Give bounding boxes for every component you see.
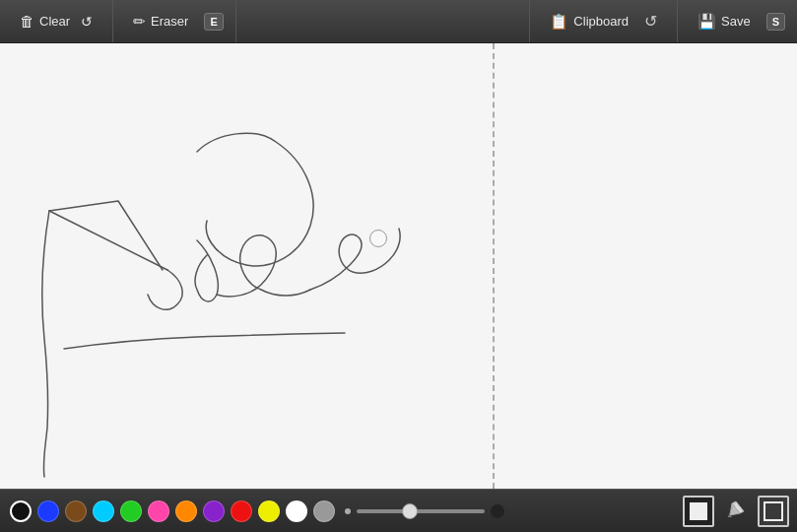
brush-size-slider[interactable] — [357, 509, 485, 513]
undo-icon: ↺ — [81, 14, 93, 30]
color-purple[interactable] — [203, 500, 225, 522]
eraser-label: Eraser — [151, 14, 188, 29]
save-icon: 💾 — [697, 13, 716, 31]
color-gray[interactable] — [313, 500, 335, 522]
canvas-divider — [493, 43, 495, 489]
clipboard-icon: 📋 — [550, 13, 568, 31]
brush-size-container — [345, 504, 504, 518]
color-pink[interactable] — [148, 500, 169, 522]
filled-rect-tool[interactable] — [683, 496, 714, 527]
color-palette — [8, 500, 337, 522]
color-black[interactable] — [10, 500, 32, 522]
pen-icon — [722, 498, 750, 525]
color-yellow[interactable] — [258, 500, 280, 522]
clipboard-undo-icon: ↺ — [644, 12, 657, 31]
filled-rect-icon — [690, 502, 707, 520]
color-green[interactable] — [120, 500, 142, 522]
toolbar: 🗑 Clear ↺ ✏ Eraser E 📋 Clipboard ↺ 💾 Sav… — [0, 0, 797, 43]
save-button[interactable]: 💾 Save — [690, 9, 759, 34]
outline-rect-icon — [764, 501, 783, 521]
color-orange[interactable] — [175, 500, 197, 522]
bottom-toolbar — [0, 489, 797, 532]
clipboard-label: Clipboard — [573, 14, 629, 29]
clear-button[interactable]: 🗑 Clear ↺ — [12, 9, 100, 33]
save-group: 💾 Save S — [677, 0, 797, 42]
signature-drawing — [0, 43, 797, 489]
trash-icon: 🗑 — [20, 13, 34, 30]
clipboard-button[interactable]: 📋 Clipboard — [542, 9, 636, 34]
drawing-canvas-area[interactable] — [0, 43, 797, 489]
color-blue[interactable] — [37, 500, 59, 522]
save-shortcut: S — [766, 13, 785, 31]
color-brown[interactable] — [65, 500, 87, 522]
eraser-icon: ✏ — [133, 13, 146, 31]
outline-rect-tool[interactable] — [758, 496, 789, 527]
pen-tool-button[interactable] — [720, 496, 752, 527]
eraser-shortcut: E — [204, 13, 223, 31]
eraser-cursor — [369, 230, 387, 247]
brush-size-min-indicator — [345, 508, 351, 514]
color-cyan[interactable] — [93, 500, 114, 522]
brush-size-max-indicator — [491, 504, 504, 518]
shape-tools — [683, 496, 789, 527]
save-label: Save — [721, 14, 751, 29]
color-white[interactable] — [286, 500, 307, 522]
eraser-button[interactable]: ✏ Eraser — [125, 9, 196, 34]
color-red[interactable] — [231, 500, 252, 522]
clear-label: Clear — [39, 14, 70, 29]
clear-group: 🗑 Clear ↺ — [0, 0, 113, 42]
eraser-group: ✏ Eraser E — [113, 0, 236, 42]
clipboard-group: 📋 Clipboard ↺ — [529, 0, 677, 42]
